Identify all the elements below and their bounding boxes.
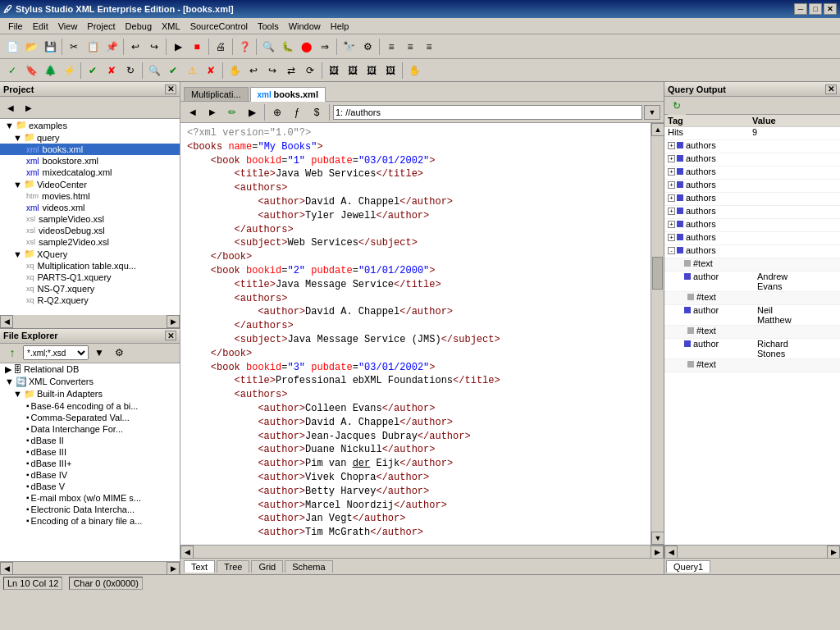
warning-btn[interactable]: ⚠ (183, 62, 201, 80)
close-button[interactable]: ✕ (824, 3, 837, 15)
query-author-richard[interactable]: author RichardStones (664, 339, 840, 359)
preview-button[interactable]: ▶ (169, 38, 187, 56)
cursor-btn[interactable]: ✔ (164, 62, 182, 80)
step3-btn[interactable]: ↪ (263, 62, 281, 80)
expand-authors-9[interactable]: - (668, 247, 675, 254)
xpath-input[interactable]: 1: //authors (333, 105, 642, 120)
open-button[interactable]: 📂 (22, 38, 40, 56)
schema-button[interactable]: 🔖 (22, 62, 40, 80)
query-authors-6[interactable]: + authors (664, 206, 840, 219)
new-button[interactable]: 📄 (3, 38, 21, 56)
step4-btn[interactable]: ⇄ (282, 62, 300, 80)
editor-vscrollbar[interactable]: ▲ ▼ (651, 123, 664, 545)
proj-right-btn[interactable]: ▶ (20, 98, 38, 116)
fe-scroll-left[interactable]: ◀ (0, 562, 13, 575)
q-hscroll-left[interactable]: ◀ (664, 546, 678, 559)
tab-query1[interactable]: Query1 (666, 560, 710, 573)
file-explorer-close[interactable]: ✕ (165, 331, 176, 340)
hscroll-left[interactable]: ◀ (180, 546, 194, 559)
xslt-btn[interactable]: ⚡ (60, 62, 78, 80)
proj-scroll-left[interactable]: ◀ (0, 315, 13, 328)
q-hscroll-right[interactable]: ▶ (827, 546, 840, 559)
fe-btn3[interactable]: ⚙ (110, 344, 128, 362)
scroll-down[interactable]: ▼ (651, 532, 664, 545)
fe-scroll-right[interactable]: ▶ (167, 562, 180, 575)
fe-dbase3[interactable]: ▪ dBase III (0, 446, 180, 458)
fe-relationaldb[interactable]: ▶ 🗄 Relational DB (0, 363, 180, 376)
proj-left-btn[interactable]: ◀ (2, 98, 20, 116)
fe-btn2[interactable]: ▼ (90, 344, 108, 362)
tree-item-parts[interactable]: xq PARTS-Q1.xquery (0, 272, 180, 283)
xpath-edit-btn[interactable]: ✏ (223, 103, 241, 121)
redo-button[interactable]: ↪ (145, 38, 163, 56)
expand-authors-4[interactable]: + (668, 181, 675, 189)
fe-email[interactable]: ▪ E-mail mbox (w/o MIME s... (0, 492, 180, 504)
query-output-close[interactable]: ✕ (825, 84, 837, 94)
step2-btn[interactable]: ↩ (244, 62, 262, 80)
help-button[interactable]: ❓ (235, 38, 253, 56)
menu-xml[interactable]: XML (157, 20, 185, 33)
maximize-button[interactable]: □ (809, 3, 822, 15)
tree-item-videocenter[interactable]: ▼ 📁 VideoCenter (0, 178, 180, 190)
tree-item-sample2[interactable]: xsl sample2Video.xsl (0, 236, 180, 248)
fe-builtins[interactable]: ▼ 📁 Built-in Adapters (0, 388, 180, 400)
refresh-btn[interactable]: ↻ (121, 62, 139, 80)
img3-btn[interactable]: 🖼 (363, 62, 381, 80)
cut-button[interactable]: ✂ (65, 38, 83, 56)
undo-button[interactable]: ↩ (126, 38, 144, 56)
menu-project[interactable]: Project (82, 20, 120, 33)
fe-xmlconverters[interactable]: ▼ 🔄 XML Converters (0, 376, 180, 388)
query-authors-4[interactable]: + authors (664, 180, 840, 193)
fe-dbase4[interactable]: ▪ dBase IV (0, 469, 180, 481)
tab-multiplication[interactable]: Multiplicati... (184, 87, 249, 101)
tab-schema[interactable]: Schema (285, 560, 332, 573)
minimize-button[interactable]: ─ (794, 3, 807, 15)
tree-btn[interactable]: 🌲 (41, 62, 59, 80)
hand-btn[interactable]: ✋ (226, 62, 244, 80)
ok-btn[interactable]: ✔ (84, 62, 102, 80)
tree-item-videosdebug[interactable]: xsl videosDebug.xsl (0, 225, 180, 236)
query-authors-8[interactable]: + authors (664, 232, 840, 245)
menu-sourcecontrol[interactable]: SourceControl (185, 20, 253, 33)
query-authors-5[interactable]: + authors (664, 193, 840, 206)
menu-view[interactable]: View (53, 20, 83, 33)
step-button[interactable]: ⇒ (316, 38, 334, 56)
breakpoint-button[interactable]: ⬤ (297, 38, 315, 56)
validate-button[interactable]: ✓ (3, 62, 21, 80)
query-authors-9-expanded[interactable]: - authors (664, 245, 840, 258)
paste-button[interactable]: 📌 (103, 38, 121, 56)
cancel-btn[interactable]: ✘ (103, 62, 121, 80)
xpath-run-btn[interactable]: ▶ (243, 103, 261, 121)
menu-file[interactable]: File (3, 20, 28, 33)
step5-btn[interactable]: ⟳ (301, 62, 319, 80)
query-refresh-btn[interactable]: ↻ (668, 97, 686, 115)
tab-text[interactable]: Text (184, 560, 215, 573)
expand-authors-8[interactable]: + (668, 234, 675, 241)
menu-tools[interactable]: Tools (253, 20, 284, 33)
zoom-btn[interactable]: 🔍 (145, 62, 163, 80)
fe-btn1[interactable]: ↑ (3, 344, 21, 362)
fe-dbase2[interactable]: ▪ dBase II (0, 435, 180, 446)
fe-dif[interactable]: ▪ Data Interchange For... (0, 423, 180, 435)
menu-edit[interactable]: Edit (28, 20, 53, 33)
query-authors-3[interactable]: + authors (664, 167, 840, 180)
query-author-neil[interactable]: author NeilMatthew (664, 305, 840, 326)
query-authors-1[interactable]: + authors (664, 140, 840, 153)
fe-csv[interactable]: ▪ Comma-Separated Val... (0, 412, 180, 423)
binoculars-button[interactable]: 🔭 (340, 38, 358, 56)
copy-button[interactable]: 📋 (84, 38, 102, 56)
tree-item-mult[interactable]: xq Multiplication table.xqu... (0, 260, 180, 272)
menu-debug[interactable]: Debug (121, 20, 157, 33)
print-button[interactable]: 🖨 (212, 38, 230, 56)
expand-authors-1[interactable]: + (668, 142, 675, 149)
tree-item-mixed[interactable]: xml mixedcatalog.xml (0, 167, 180, 178)
scroll-up[interactable]: ▲ (651, 123, 664, 136)
hand2-btn[interactable]: ✋ (405, 62, 423, 80)
xpath-combo-btn[interactable]: ▼ (644, 105, 660, 120)
expand-authors-2[interactable]: + (668, 155, 675, 162)
save-button[interactable]: 💾 (41, 38, 59, 56)
menu-help[interactable]: Help (326, 20, 354, 33)
tools2-button[interactable]: ⚙ (358, 38, 377, 56)
xpath-back-btn[interactable]: ◀ (184, 103, 202, 121)
query-authors-2[interactable]: + authors (664, 153, 840, 167)
